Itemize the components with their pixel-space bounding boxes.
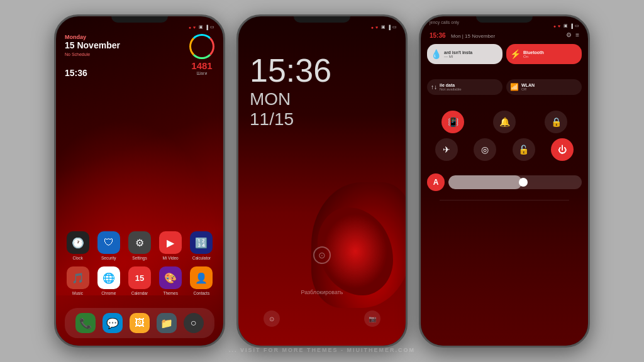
- activity-ring: [189, 34, 214, 59]
- date-text: 15 November: [65, 40, 120, 51]
- steps-number: 1481: [191, 60, 212, 71]
- page-watermark: ... VISIT FOR MORE THEMES - MIUITHEMER.C…: [0, 347, 644, 353]
- qs-signal-icon: ▐: [570, 24, 573, 28]
- qs-bell-btn[interactable]: 🔔: [493, 111, 516, 133]
- app-security[interactable]: 🛡 Security: [95, 231, 123, 260]
- steps-count: 1481 Шаги: [191, 60, 212, 75]
- bell-icon: 🔔: [499, 117, 510, 127]
- battery-dot: ●: [189, 25, 191, 30]
- app-drawer-icon: ○: [184, 313, 204, 333]
- status-bar-home: ● ♥ ▣ ▐ ▭: [56, 20, 223, 34]
- vibrate-icon: 📳: [448, 117, 458, 127]
- tile-mi-info: ard isn't insta — MI: [444, 50, 499, 58]
- messages-icon: 💬: [103, 313, 123, 333]
- app-settings[interactable]: ⚙ Settings: [126, 231, 153, 260]
- qs-brightness-row: A: [427, 173, 582, 191]
- lock-day: MON: [250, 89, 331, 109]
- lock-icon: 🔒: [551, 117, 562, 127]
- brightness-fill: [448, 175, 522, 189]
- calendar-icon: 15: [128, 266, 151, 289]
- qs-power-btn[interactable]: ⏻: [551, 138, 574, 161]
- qs-tile-bluetooth[interactable]: ⚡ Bluetooth On: [506, 44, 582, 64]
- wifi-qs-icon: 📶: [510, 83, 519, 91]
- qs-tile-mi[interactable]: 💧 ard isn't insta — MI: [427, 44, 502, 64]
- user-avatar[interactable]: A: [427, 173, 445, 191]
- top-widgets: Monday 15 November No Schedule 15:36 148…: [65, 34, 214, 78]
- phone-icon: 📞: [75, 313, 96, 333]
- power-icon: ⏻: [558, 145, 567, 155]
- app-contacts[interactable]: 👤 Contacts: [187, 266, 215, 295]
- airplane-icon: ✈: [443, 145, 450, 155]
- shortcut-icon: 📷: [369, 315, 376, 322]
- mivideo-label: Mi Video: [163, 256, 179, 260]
- lock-time-widget: 15:36 MON 11/15: [250, 54, 331, 129]
- dock-app[interactable]: ○: [180, 313, 207, 333]
- qs-time: 15:36: [430, 32, 446, 39]
- app-calendar[interactable]: 15 Calendar: [126, 266, 153, 295]
- app-mivideo[interactable]: ▶ Mi Video: [157, 231, 184, 260]
- app-grid: 🕐 Clock 🛡 Security ⚙ Settings ▶ Mi Video…: [56, 231, 223, 302]
- heart-icon: ♥: [193, 25, 196, 30]
- clock-icon: 🕐: [67, 231, 89, 254]
- dock-files[interactable]: 📁: [153, 313, 180, 333]
- dock-messages[interactable]: 💬: [99, 313, 126, 333]
- app-row-1: 🕐 Clock 🛡 Security ⚙ Settings ▶ Mi Video…: [62, 231, 217, 260]
- steps-label: Шаги: [191, 71, 212, 75]
- dock-phone[interactable]: 📞: [72, 313, 99, 333]
- lock-date: 11/15: [250, 109, 331, 129]
- focus-icon: ◎: [481, 145, 489, 155]
- tile-bt-sub: On: [523, 55, 578, 58]
- tile-bt-name: Bluetooth: [523, 50, 578, 55]
- security-label: Security: [101, 256, 116, 260]
- gallery-icon: 🖼: [130, 313, 150, 333]
- home-time: 15:36: [65, 68, 120, 78]
- battery-icon: ▭: [210, 25, 214, 30]
- day-label: Monday: [65, 34, 120, 40]
- qs-battery-icon: ▭: [575, 23, 579, 28]
- app-music[interactable]: 🎵 Music: [64, 266, 92, 295]
- tile-data-info: ile data Not available: [440, 83, 462, 91]
- tile-wlan-info: WLAN Off: [521, 83, 535, 91]
- qs-status-icons: ● ♥ ▣ ▐ ▭: [553, 23, 579, 28]
- status-bar-qs: ● ♥ ▣ ▐ ▭: [421, 19, 588, 33]
- brightness-slider[interactable]: [448, 175, 582, 189]
- qs-wifi-icon: ▣: [564, 23, 568, 28]
- chrome-icon: 🌐: [97, 266, 120, 289]
- qs-tile-mobiledata[interactable]: ↑↓ ile data Not available: [427, 79, 502, 95]
- qs-airplane-btn[interactable]: ✈: [435, 138, 458, 161]
- music-icon: 🎵: [67, 266, 89, 289]
- themes-label: Themes: [163, 291, 177, 295]
- lock-shortcut-btn[interactable]: 📷: [364, 310, 380, 327]
- fingerprint-symbol: ⊙: [318, 250, 326, 260]
- lock-wifi-icon: ▣: [381, 25, 386, 30]
- lock-camera-btn[interactable]: ⊙: [264, 310, 280, 327]
- dock: 📞 💬 🖼 📁 ○: [65, 308, 214, 338]
- qs-row2-tiles: ↑↓ ile data Not available 📶 WLAN Off: [427, 79, 582, 95]
- unlock-icon: 🔓: [518, 145, 529, 155]
- contacts-label: Contacts: [194, 291, 210, 295]
- tile-mi-name: ard isn't insta: [444, 50, 499, 55]
- qs-tile-wlan[interactable]: 📶 WLAN Off: [506, 79, 582, 95]
- settings-icon: ⚙: [128, 231, 151, 254]
- qs-lock-btn[interactable]: 🔒: [545, 111, 567, 133]
- clock-label: Clock: [72, 256, 82, 260]
- qs-unlock-btn[interactable]: 🔓: [513, 138, 535, 161]
- mivideo-icon: ▶: [159, 231, 182, 254]
- status-icons: ● ♥ ▣ ▐ ▭: [189, 25, 214, 30]
- qs-date: Mon | 15 November: [451, 33, 495, 39]
- app-chrome[interactable]: 🌐 Chrome: [95, 266, 123, 295]
- tile-wlan-sub: Off: [521, 87, 535, 91]
- lock-status-icons: ● ♥ ▣ ▐ ▭: [371, 25, 397, 30]
- qs-focus-btn[interactable]: ◎: [474, 138, 496, 161]
- mobile-data-icon: ↑↓: [431, 84, 437, 90]
- lock-time-display: 15:36: [250, 54, 331, 87]
- app-themes[interactable]: 🎨 Themes: [157, 266, 184, 295]
- dock-gallery[interactable]: 🖼: [126, 313, 153, 333]
- fingerprint-icon[interactable]: ⊙: [313, 246, 331, 264]
- app-calculator[interactable]: 🔢 Calculator: [187, 231, 215, 260]
- qs-battery-dot: ●: [553, 24, 556, 28]
- tile-mi-sub: — MI: [444, 55, 499, 58]
- music-label: Music: [72, 291, 83, 295]
- qs-vibrate-btn[interactable]: 📳: [441, 111, 464, 133]
- app-clock[interactable]: 🕐 Clock: [64, 231, 92, 260]
